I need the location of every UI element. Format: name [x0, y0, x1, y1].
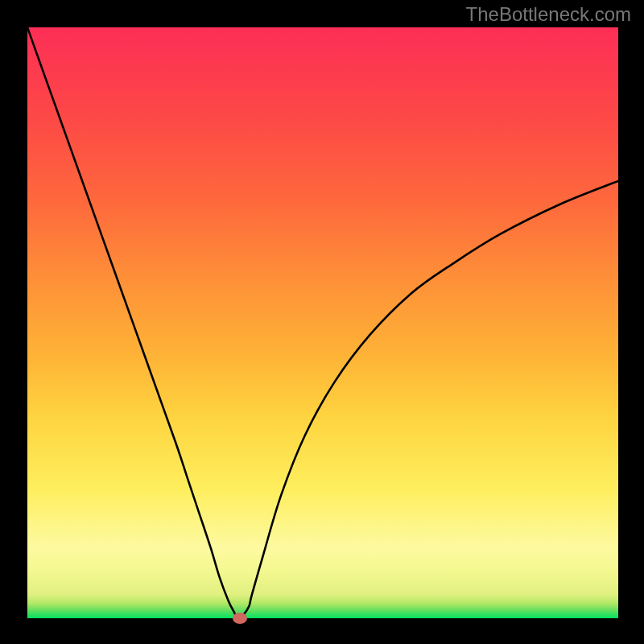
bottleneck-curve — [27, 27, 618, 618]
bottleneck-chart — [27, 27, 618, 618]
attribution-text: TheBottleneck.com — [466, 3, 631, 26]
minimum-marker — [233, 613, 247, 624]
